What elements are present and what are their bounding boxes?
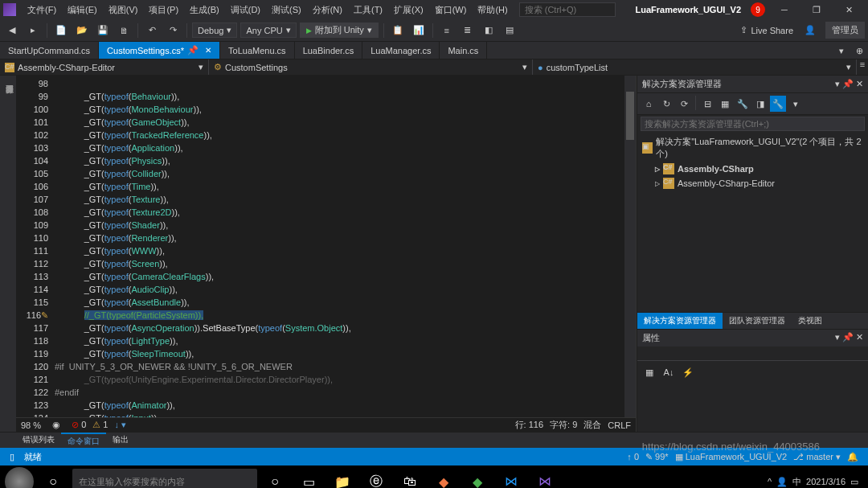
- app-icon[interactable]: ◆: [428, 465, 460, 488]
- menu-window[interactable]: 窗口(W): [430, 1, 472, 19]
- tool-icon[interactable]: ≣: [459, 22, 477, 39]
- collapse-icon[interactable]: ⊟: [699, 96, 715, 112]
- tab-customsettings[interactable]: CustomSettings.cs*📌✕: [99, 42, 220, 59]
- close-icon[interactable]: ✕: [856, 332, 863, 342]
- menu-extensions[interactable]: 扩展(X): [389, 1, 428, 19]
- tab-expand-icon[interactable]: ⊕: [850, 42, 868, 59]
- sync-icon[interactable]: ⟳: [676, 96, 692, 112]
- menu-edit[interactable]: 编辑(E): [63, 1, 102, 19]
- tab-error-list[interactable]: 错误列表: [16, 433, 61, 448]
- pin-icon[interactable]: 📌: [842, 79, 854, 88]
- warning-count[interactable]: ⚠ 1: [92, 420, 108, 430]
- close-icon[interactable]: ✕: [205, 46, 211, 55]
- maximize-button[interactable]: ❐: [800, 0, 833, 19]
- expand-icon[interactable]: ▷: [655, 180, 660, 187]
- tab-dropdown-icon[interactable]: ▾: [833, 42, 850, 59]
- close-icon[interactable]: ✕: [856, 79, 863, 88]
- menu-debug[interactable]: 调试(D): [226, 1, 265, 19]
- tab-command-window[interactable]: 命令窗口: [61, 433, 106, 448]
- nav-project-dropdown[interactable]: C#Assembly-CSharp-Editor▾: [0, 59, 209, 75]
- taskbar-search-input[interactable]: 在这里输入你要搜索的内容: [72, 469, 257, 488]
- solution-search-input[interactable]: [641, 117, 865, 131]
- code-content[interactable]: _GT(typeof(Behaviour)), _GT(typeof(MonoB…: [55, 76, 636, 432]
- tray-people-icon[interactable]: 👤: [776, 477, 788, 487]
- split-icon[interactable]: ≡: [857, 59, 868, 75]
- new-file-button[interactable]: 📄: [52, 22, 70, 39]
- tool-icon[interactable]: ◧: [480, 22, 497, 39]
- nav-back-button[interactable]: ◀: [3, 22, 21, 39]
- solution-tree[interactable]: ▣解决方案"LuaFramework_UGUI_V2"(2 个项目，共 2 个)…: [637, 133, 868, 312]
- tab-team-explorer[interactable]: 团队资源管理器: [723, 313, 792, 329]
- system-tray[interactable]: ^ 👤 中 2021/3/16 ▭: [768, 476, 865, 488]
- undo-button[interactable]: ↶: [143, 22, 161, 39]
- view-mode-icon[interactable]: 🔧: [770, 96, 786, 112]
- platform-dropdown[interactable]: Any CPU▾: [240, 23, 296, 38]
- git-push[interactable]: ↑ 0: [627, 452, 639, 462]
- filter-icon[interactable]: ▾: [788, 96, 804, 112]
- save-button[interactable]: 💾: [94, 22, 112, 39]
- nav-fwd-button[interactable]: ▸: [24, 22, 42, 39]
- zoom-percent[interactable]: 98 %: [21, 420, 41, 430]
- nav-indicator[interactable]: ↓ ▾: [114, 420, 126, 430]
- tab-solution-explorer[interactable]: 解决方案资源管理器: [637, 313, 723, 329]
- tool-icon[interactable]: ≡: [438, 22, 456, 39]
- line-ending[interactable]: CRLF: [608, 420, 631, 430]
- tab-class-view[interactable]: 类视图: [792, 313, 829, 329]
- store-icon[interactable]: 🛍: [394, 465, 426, 488]
- close-button[interactable]: ✕: [833, 0, 865, 19]
- left-toolbox[interactable]: 服务器资源管理器: [0, 76, 16, 432]
- menu-build[interactable]: 生成(B): [185, 1, 224, 19]
- menu-view[interactable]: 视图(V): [104, 1, 143, 19]
- notifications-icon[interactable]: 🔔: [847, 452, 858, 462]
- tray-date[interactable]: 2021/3/16: [806, 477, 845, 486]
- menu-help[interactable]: 帮助(H): [473, 1, 512, 19]
- tray-up-icon[interactable]: ^: [768, 477, 772, 486]
- minimize-button[interactable]: ─: [768, 0, 800, 19]
- menu-file[interactable]: 文件(F): [23, 1, 61, 19]
- nav-class-dropdown[interactable]: ⚙CustomSettings▾: [209, 59, 533, 75]
- tab-toluamenu[interactable]: ToLuaMenu.cs: [220, 42, 295, 59]
- tool-icon[interactable]: 📊: [410, 22, 428, 39]
- git-repo[interactable]: ▦ LuaFramework_UGUI_V2: [675, 452, 788, 462]
- tray-ime-icon[interactable]: 中: [792, 476, 801, 488]
- preview-icon[interactable]: ◨: [752, 96, 768, 112]
- save-all-button[interactable]: 🗎: [115, 22, 133, 39]
- menu-analyze[interactable]: 分析(N): [308, 1, 347, 19]
- project-assembly-csharp[interactable]: ▷C#Assembly-CSharp: [641, 162, 865, 176]
- notification-badge[interactable]: 9: [751, 2, 765, 17]
- refresh-icon[interactable]: ↻: [658, 96, 674, 112]
- config-dropdown[interactable]: Debug▾: [192, 23, 237, 38]
- tool-icon[interactable]: 📋: [389, 22, 407, 39]
- dropdown-icon[interactable]: ▾: [835, 332, 840, 342]
- scroll-thumb[interactable]: [626, 92, 634, 140]
- dropdown-icon[interactable]: ▾: [835, 79, 840, 88]
- tab-startupcommand[interactable]: StartUpCommand.cs: [0, 42, 99, 59]
- cortana-icon[interactable]: ○: [259, 465, 291, 488]
- properties-icon[interactable]: 🔧: [735, 96, 751, 112]
- open-file-button[interactable]: 📂: [73, 22, 91, 39]
- categorize-icon[interactable]: ▦: [641, 363, 658, 381]
- vertical-scrollbar[interactable]: [624, 76, 636, 417]
- error-count[interactable]: ⊘ 0: [72, 420, 86, 430]
- expand-icon[interactable]: ▷: [655, 166, 660, 173]
- events-icon[interactable]: ⚡: [679, 363, 697, 381]
- tab-luabinder[interactable]: LuaBinder.cs: [295, 42, 363, 59]
- git-pending[interactable]: ✎ 99*: [645, 452, 669, 462]
- tab-output[interactable]: 输出: [106, 433, 135, 448]
- redo-button[interactable]: ↷: [164, 22, 182, 39]
- no-issues-icon[interactable]: ◉: [47, 416, 65, 433]
- menu-tools[interactable]: 工具(T): [349, 1, 387, 19]
- git-branch[interactable]: ⎇ master ▾: [793, 452, 841, 462]
- search-icon[interactable]: ○: [37, 465, 69, 488]
- account-icon[interactable]: 👤: [801, 22, 819, 39]
- code-editor[interactable]: 9899100101102103104105106107108109110111…: [16, 76, 637, 432]
- vs-icon[interactable]: ⋈: [529, 465, 561, 488]
- app-icon[interactable]: ◆: [461, 465, 493, 488]
- home-icon[interactable]: ⌂: [641, 96, 657, 112]
- live-share-button[interactable]: ⇪ Live Share: [735, 25, 798, 35]
- indent-mode[interactable]: 混合: [583, 419, 601, 431]
- pin-icon[interactable]: 📌: [842, 332, 854, 342]
- explorer-icon[interactable]: 📁: [326, 465, 358, 488]
- nav-member-dropdown[interactable]: ●customTypeList▾: [533, 59, 857, 75]
- avatar-icon[interactable]: [3, 465, 35, 488]
